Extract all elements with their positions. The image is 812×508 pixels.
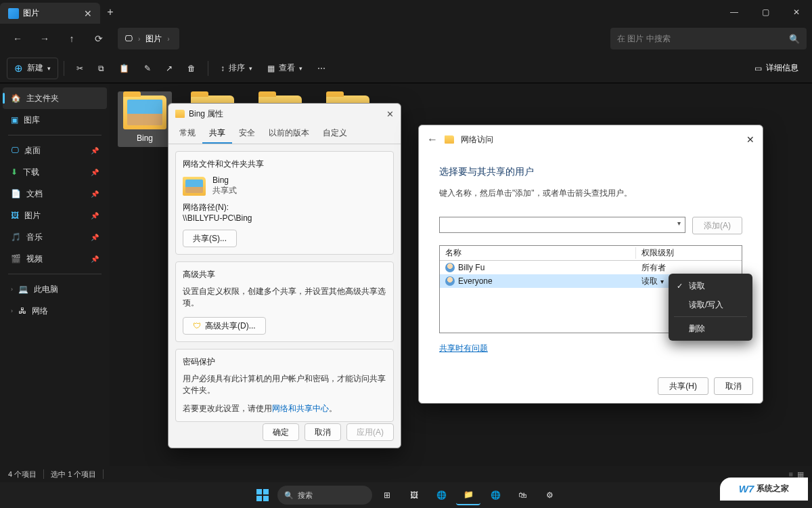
menu-item-read[interactable]: 读取 <box>671 276 750 295</box>
user-combo-input[interactable] <box>439 217 685 233</box>
up-button[interactable]: ↑ <box>60 28 84 49</box>
share-confirm-button[interactable]: 共享(H) <box>658 377 708 395</box>
close-tab-icon[interactable]: ✕ <box>84 8 92 19</box>
svg-rect-1 <box>263 489 269 494</box>
advanced-share-button[interactable]: 🛡 高级共享(D)... <box>183 317 266 335</box>
toolbar: ⊕ 新建 ▾ ✂ ⧉ 📋 ✎ ↗ 🗑 ↕ 排序 ▾ ▦ 查看 ▾ ⋯ ▭ 详细信… <box>0 54 812 83</box>
forward-button[interactable]: → <box>32 28 57 49</box>
delete-button[interactable]: 🗑 <box>181 58 202 79</box>
chevron-right-icon: › <box>11 286 13 293</box>
sidebar-item-documents[interactable]: 📄文档📌 <box>3 183 107 205</box>
breadcrumb[interactable]: 🖵 › 图片 › <box>118 28 179 49</box>
taskbar-edge[interactable]: 🌐 <box>483 485 508 505</box>
shield-icon: 🛡 <box>193 321 201 331</box>
close-icon[interactable]: ✕ <box>386 109 394 119</box>
share-button[interactable]: ↗ <box>159 58 179 79</box>
taskbar-settings[interactable]: ⚙ <box>537 485 562 505</box>
search-placeholder: 在 图片 中搜索 <box>617 33 671 45</box>
trash-icon: 🗑 <box>187 64 196 73</box>
taskbar-store[interactable]: 🛍 <box>510 485 535 505</box>
apply-button[interactable]: 应用(A) <box>346 423 394 441</box>
minimize-button[interactable]: — <box>719 0 750 24</box>
rename-button[interactable]: ✎ <box>137 58 158 79</box>
sidebar-item-network[interactable]: ›🖧网络 <box>3 300 107 322</box>
sidebar-item-gallery[interactable]: ▣图库 <box>3 109 107 131</box>
pictures-icon <box>8 8 19 19</box>
details-pane-button[interactable]: ▭ 详细信息 <box>748 62 805 74</box>
network-share-group: 网络文件和文件夹共享 Bing 共享式 网络路径(N): \\BILLYFU-P… <box>175 151 394 255</box>
folder-item-bing[interactable]: Bing <box>118 91 172 147</box>
new-button[interactable]: ⊕ 新建 ▾ <box>7 58 58 79</box>
window-titlebar: 图片 ✕ + — ▢ ✕ <box>0 0 812 24</box>
home-icon: 🏠 <box>11 93 21 103</box>
sidebar-item-videos[interactable]: 🎬视频📌 <box>3 248 107 270</box>
pin-icon: 📌 <box>91 169 99 176</box>
menu-item-readwrite[interactable]: 读取/写入 <box>671 295 750 314</box>
view-button[interactable]: ▦ 查看 ▾ <box>261 58 309 79</box>
chevron-down-icon: ▾ <box>249 65 252 72</box>
pin-icon: 📌 <box>91 255 99 263</box>
network-access-dialog: ← 网络访问 ✕ 选择要与其共享的用户 键入名称，然后单击"添加"，或者单击箭头… <box>418 125 763 404</box>
user-icon <box>445 276 455 286</box>
watermark: W7 系统之家 <box>720 478 808 501</box>
sharing-help-link[interactable]: 共享时有问题 <box>439 343 488 353</box>
menu-item-remove[interactable]: 删除 <box>671 319 750 338</box>
password-protect-group: 密码保护 用户必须具有此计算机的用户帐户和密码，才能访问共享文件夹。 若要更改此… <box>175 349 394 422</box>
back-button[interactable]: ← <box>427 133 438 146</box>
add-user-button[interactable]: 添加(A) <box>692 217 742 234</box>
cancel-button[interactable]: 取消 <box>304 423 341 441</box>
tab-general[interactable]: 常规 <box>173 124 202 144</box>
task-view-button[interactable]: ⊞ <box>375 485 399 505</box>
sidebar-item-home[interactable]: 🏠主文件夹 <box>3 87 107 109</box>
table-row[interactable]: Billy Fu 所有者 <box>440 261 742 274</box>
path-label: 网络路径(N): <box>183 202 386 213</box>
taskbar-app[interactable]: 🌐 <box>429 485 453 505</box>
sidebar-item-thispc[interactable]: ›💻此电脑 <box>3 278 107 300</box>
paste-button[interactable]: 📋 <box>112 58 136 79</box>
tab-previous-versions[interactable]: 以前的版本 <box>262 124 316 144</box>
search-icon: 🔍 <box>789 34 800 44</box>
new-tab-button[interactable]: + <box>100 0 120 24</box>
status-bar: 4 个项目 选中 1 个项目 ≡ ▦ <box>0 466 812 482</box>
sidebar-item-downloads[interactable]: ⬇下载📌 <box>3 161 107 183</box>
share-icon: ↗ <box>166 64 173 73</box>
copy-button[interactable]: ⧉ <box>91 58 111 79</box>
column-name[interactable]: 名称 <box>440 247 636 259</box>
search-input[interactable]: 在 图片 中搜索 🔍 <box>610 28 807 49</box>
tab-title: 图片 <box>23 7 39 19</box>
select-users-hint: 键入名称，然后单击"添加"，或者单击箭头查找用户。 <box>439 188 742 199</box>
sidebar-item-pictures[interactable]: 🖼图片📌 <box>3 205 107 226</box>
maximize-button[interactable]: ▢ <box>750 0 781 24</box>
cut-button[interactable]: ✂ <box>70 58 90 79</box>
more-button[interactable]: ⋯ <box>311 58 332 79</box>
chevron-right-icon: › <box>164 35 172 43</box>
back-button[interactable]: ← <box>5 28 30 49</box>
properties-title: Bing 属性 <box>189 108 223 120</box>
tab-customize[interactable]: 自定义 <box>316 124 354 144</box>
sidebar-item-desktop[interactable]: 🖵桌面📌 <box>3 140 107 161</box>
chevron-down-icon: ▾ <box>299 65 302 72</box>
start-button[interactable] <box>250 485 275 505</box>
tab-pictures[interactable]: 图片 ✕ <box>0 3 100 24</box>
sidebar-item-music[interactable]: 🎵音乐📌 <box>3 226 107 248</box>
desktop-icon: 🖵 <box>11 146 19 155</box>
column-permission[interactable]: 权限级别 <box>636 247 742 259</box>
taskbar: 🔍搜索 ⊞ 🖼 🌐 📁 🌐 🛍 ⚙ ˄ 英 拼 W7 系统之家 <box>0 482 812 508</box>
ok-button[interactable]: 确定 <box>263 423 299 441</box>
share-button[interactable]: 共享(S)... <box>183 230 237 247</box>
close-window-button[interactable]: ✕ <box>781 0 812 24</box>
taskbar-app[interactable]: 🖼 <box>402 485 426 505</box>
breadcrumb-item[interactable]: 图片 <box>145 33 162 45</box>
refresh-button[interactable]: ⟳ <box>87 28 111 49</box>
user-icon <box>445 263 455 272</box>
cancel-button[interactable]: 取消 <box>714 377 753 395</box>
sort-button[interactable]: ↕ 排序 ▾ <box>214 58 259 79</box>
taskbar-explorer[interactable]: 📁 <box>456 485 480 505</box>
pin-icon: 📌 <box>91 147 99 154</box>
network-center-link[interactable]: 网络和共享中心 <box>272 404 329 413</box>
close-icon[interactable]: ✕ <box>746 134 754 145</box>
tab-security[interactable]: 安全 <box>232 124 262 144</box>
taskbar-search[interactable]: 🔍搜索 <box>277 486 372 505</box>
tab-sharing[interactable]: 共享 <box>202 124 232 144</box>
properties-dialog: Bing 属性 ✕ 常规 共享 安全 以前的版本 自定义 网络文件和文件夹共享 … <box>168 103 401 448</box>
